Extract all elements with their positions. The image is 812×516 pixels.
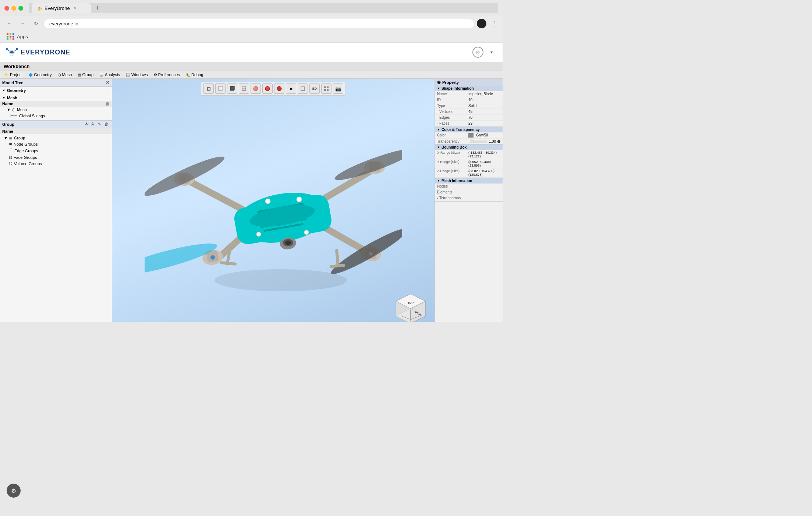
color-section-title[interactable]: Color & Transparency [435,127,503,132]
property-icon: ◉ [437,80,441,85]
mesh-name-header: Name 🗑 [0,101,112,107]
svg-marker-8 [217,86,222,87]
face-icon: ◻ [9,155,12,160]
vt-grid-btn[interactable] [321,83,331,94]
main-layout: Model Tree ✕ Geometry Mesh Name [0,79,503,322]
svg-point-55 [369,252,373,256]
maximize-button[interactable] [18,6,23,11]
svg-text:Y: Y [411,307,413,310]
panel-close-button[interactable]: ✕ [106,80,110,85]
menu-project[interactable]: 📁 Project [1,72,25,78]
mesh-info-title[interactable]: Mesh Information [435,178,503,184]
tab-title: EveryDrone [45,6,70,11]
mesh-item[interactable]: ▼ ⬡ Mesh [0,107,112,113]
sizing-icon: ⊢⊣ [10,113,18,118]
header-settings-button[interactable]: ⊗ [472,47,483,58]
vt-cube-white-btn[interactable] [215,83,226,94]
face-groups-item[interactable]: ◻ Face Groups [0,154,112,160]
group-item-root[interactable]: ▼ ▤ Group [0,135,112,141]
svg-point-47 [182,177,186,181]
menu-debug[interactable]: 🐛 Debug [183,72,206,78]
bounding-box-title[interactable]: Bounding Box [435,145,503,150]
tab-close-button[interactable]: ✕ [72,5,78,11]
profile-avatar[interactable] [477,19,486,28]
vt-select-btn[interactable]: ⊡ [203,83,214,94]
vt-cube-dark-btn[interactable] [227,83,237,94]
menu-analysis[interactable]: 📊 Analysis [96,72,123,78]
menu-mesh[interactable]: ⬡ Mesh [55,72,75,78]
minimize-button[interactable] [11,6,16,11]
title-bar: 🚁 EveryDrone ✕ + [0,0,503,16]
color-swatch[interactable] [468,133,474,138]
menu-windows[interactable]: 🪟 Windows [123,72,151,78]
windows-icon: 🪟 [126,73,130,77]
svg-marker-11 [229,86,234,87]
menu-preferences[interactable]: ⚙ Preferences [151,72,183,78]
geometry-label[interactable]: Geometry [0,88,112,93]
elements-row: Elements [435,189,503,195]
vt-cube-outline-btn[interactable] [298,83,308,94]
delete-icon[interactable]: 🗑 [104,122,110,127]
vt-sphere2-btn[interactable] [262,83,273,94]
apps-bookmark[interactable]: Apps [4,32,30,41]
group-icon-item: ▤ [9,136,13,140]
visibility-icon[interactable]: 👁 [85,122,90,127]
forward-button[interactable]: → [18,18,28,29]
edit-icon[interactable]: ✎ [98,122,103,127]
svg-point-5 [10,51,14,53]
analysis-icon: 📊 [99,73,104,77]
new-tab-button[interactable]: + [92,3,103,13]
url-input[interactable] [44,19,474,28]
vt-arrow-btn[interactable]: ➤ [286,83,296,94]
node-groups-item[interactable]: ⊕ Node Groups [0,141,112,147]
header-right: ⊗ ▾ [472,47,497,58]
logo-text: EVERYDRONE [21,49,70,56]
mesh-delete-button[interactable]: 🗑 [106,102,110,106]
active-tab[interactable]: 🚁 EveryDrone ✕ [32,3,91,13]
transparency-slider[interactable] [470,140,487,143]
vt-camera-btn[interactable]: 📷 [333,83,343,94]
svg-rect-21 [327,86,329,88]
edge-groups-item[interactable]: ⌒ Edge Groups [0,147,112,154]
close-button[interactable] [4,6,9,11]
left-panel: Model Tree ✕ Geometry Mesh Name [0,79,112,322]
global-sizings-item[interactable]: ⊢⊣ Global Sizings [0,113,112,119]
property-title: Property [442,80,459,85]
z-range-row: Z-Range (Size) (33.820, 154.499) (120.67… [435,168,503,178]
address-bar: ← → ↻ ⋮ [0,16,503,31]
drone-svg [145,104,402,306]
mesh-section: Mesh Name 🗑 ▼ ⬡ Mesh ⊢⊣ Global Sizings [0,94,112,120]
group-section-icons: 👁 A ✎ 🗑 [85,122,110,127]
menu-geometry[interactable]: 🔷 Geometry [25,72,54,78]
svg-rect-20 [324,86,326,88]
vt-sphere3-btn[interactable] [274,83,284,94]
svg-point-24 [214,269,347,291]
mesh-label[interactable]: Mesh [0,95,112,101]
model-tree-header: Model Tree ✕ [0,79,112,87]
svg-point-63 [256,232,261,236]
debug-icon: 🐛 [186,73,190,77]
3d-viewport[interactable]: ⊡ [112,79,435,322]
workbench-title: Workbench [0,62,503,71]
group-section: Group 👁 A ✎ 🗑 Name ▼ [0,120,112,168]
vt-sphere-btn[interactable] [251,83,261,94]
annotation-icon[interactable]: A [91,122,96,127]
menu-group[interactable]: ▤ Group [75,72,96,78]
browser-menu-button[interactable]: ⋮ [492,19,498,28]
refresh-button[interactable]: ↻ [31,18,41,29]
shape-info-title[interactable]: Shape Information [435,86,503,91]
browser-chrome: 🚁 EveryDrone ✕ + ← → ↻ ⋮ [0,0,503,43]
shape-info-section: Shape Information Name Impeller_Blade ID… [435,86,503,127]
prop-name-row: Name Impeller_Blade [435,91,503,97]
svg-rect-22 [324,89,326,91]
prop-faces-row: - Faces 29 [435,121,503,127]
svg-point-60 [265,199,270,204]
back-button[interactable]: ← [4,18,15,29]
volume-groups-item[interactable]: ⬡ Volume Groups [0,160,112,167]
vt-cube-mesh-btn[interactable] [239,83,249,94]
svg-point-50 [333,144,402,185]
prop-vertices-row: - Vertices 45 [435,109,503,115]
vt-logo-btn[interactable]: ED [309,83,320,94]
header-expand-button[interactable]: ▾ [486,47,497,57]
svg-point-43 [210,255,215,260]
